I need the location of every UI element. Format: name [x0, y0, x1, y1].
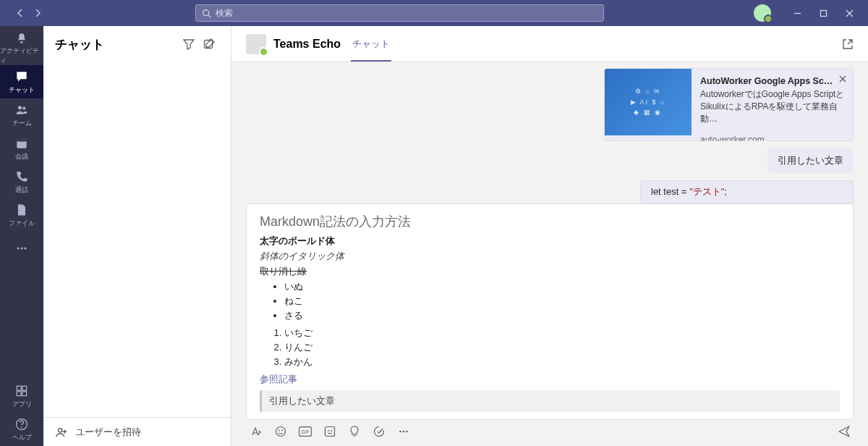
code-message-bubble[interactable]: let test = "テスト"; [640, 180, 854, 203]
rail-chat[interactable]: チャット [0, 65, 43, 98]
list-item: みかん [284, 355, 840, 369]
sticker-icon [324, 426, 336, 437]
approval-button[interactable] [372, 424, 386, 439]
rail-apps[interactable]: アプリ [0, 379, 43, 413]
svg-rect-11 [17, 391, 21, 395]
svg-point-14 [21, 426, 22, 428]
emoji-icon [275, 426, 286, 437]
compose-blockquote: 引用したい文章 [260, 390, 840, 412]
send-button[interactable] [838, 425, 851, 438]
popout-icon [842, 38, 854, 50]
nav-forward-button[interactable] [30, 6, 45, 20]
search-icon [202, 9, 211, 18]
rail-call-label: 通話 [15, 185, 28, 195]
svg-point-2 [18, 106, 22, 109]
nav-back-button[interactable] [13, 6, 27, 20]
close-icon [838, 75, 847, 83]
svg-text:GIF: GIF [302, 429, 310, 434]
send-icon [838, 425, 851, 438]
title-bar: 検索 [0, 0, 868, 26]
code-post: ; [724, 186, 727, 197]
code-pre: let test = [651, 186, 689, 197]
emoji-button[interactable] [273, 424, 288, 439]
app-rail: アクティビティ チャット チーム 会議 通話 ファイル アプリ [0, 26, 43, 446]
svg-point-0 [203, 9, 208, 15]
list-item: いぬ [284, 280, 840, 293]
rail-help-label: ヘルプ [12, 433, 32, 442]
compose-link[interactable]: 参照記事 [260, 374, 297, 384]
sticker-button[interactable] [323, 424, 337, 439]
message-list: ⚙ ⌂ ✉▶ AI $ ⌂◆ ▦ ◉ AutoWorker Google App… [231, 62, 868, 203]
svg-point-6 [17, 248, 20, 250]
rail-more[interactable] [0, 232, 43, 265]
compose-strike-text: 取り消し線 [260, 265, 840, 278]
rail-help[interactable]: ヘルプ [0, 413, 43, 446]
calendar-icon [14, 136, 29, 151]
format-button[interactable] [249, 424, 263, 439]
new-chat-button[interactable] [199, 34, 219, 54]
svg-rect-1 [820, 10, 826, 16]
search-input[interactable]: 検索 [195, 4, 604, 22]
svg-rect-5 [17, 139, 26, 141]
team-icon [14, 103, 29, 117]
user-avatar[interactable] [754, 4, 771, 22]
filter-icon [183, 38, 195, 50]
list-item: さる [284, 309, 840, 322]
invite-users-button[interactable]: ユーザーを招待 [43, 417, 231, 446]
svg-point-7 [21, 248, 23, 250]
format-icon [250, 426, 262, 437]
rail-call[interactable]: 通話 [0, 165, 43, 198]
rail-file-label: ファイル [9, 219, 35, 228]
gif-icon: GIF [299, 426, 312, 437]
praise-button[interactable] [347, 424, 362, 439]
bulb-icon [349, 426, 359, 437]
rail-team-label: チーム [12, 119, 32, 128]
filter-button[interactable] [179, 34, 199, 54]
help-icon [14, 417, 29, 432]
compose-box[interactable]: Markdown記法の入力方法 太字のボールド体 斜体のイタリック体 取り消し線… [246, 203, 854, 420]
rail-activity[interactable]: アクティビティ [0, 32, 43, 65]
more-actions-button[interactable] [396, 424, 411, 439]
compose-unordered-list: いぬ ねこ さる [284, 280, 840, 322]
link-description: AutoworkerではGoogle Apps ScriptとSikulixによ… [700, 88, 846, 125]
chat-icon [14, 70, 29, 84]
search-placeholder: 検索 [216, 7, 233, 20]
tab-chat[interactable]: チャット [351, 27, 391, 62]
list-item: ねこ [284, 295, 840, 308]
bell-icon [14, 32, 29, 45]
compose-ordered-list: いちご りんご みかん [284, 327, 840, 369]
link-title: AutoWorker Google Apps Sc… [700, 76, 846, 86]
chat-area: Teams Echo チャット ⚙ ⌂ ✉▶ AI $ ⌂◆ ▦ ◉ AutoW… [231, 26, 868, 446]
more-icon [398, 426, 409, 437]
link-domain: auto-worker.com [700, 135, 846, 141]
approval-icon [373, 426, 385, 437]
invite-icon [55, 426, 68, 439]
chat-header: Teams Echo チャット [231, 26, 868, 62]
link-close-button[interactable] [838, 75, 847, 83]
rail-apps-label: アプリ [12, 400, 32, 409]
message-bubble[interactable]: 引用したい文章 [767, 148, 854, 173]
rail-meeting[interactable]: 会議 [0, 132, 43, 165]
chat-avatar [246, 34, 266, 54]
window-maximize-button[interactable] [810, 0, 836, 26]
svg-point-25 [399, 431, 401, 433]
file-icon [14, 203, 29, 217]
popout-button[interactable] [842, 38, 854, 50]
link-preview-card[interactable]: ⚙ ⌂ ✉▶ AI $ ⌂◆ ▦ ◉ AutoWorker Google App… [604, 68, 854, 141]
window-minimize-button[interactable] [784, 0, 810, 26]
svg-point-27 [406, 431, 408, 433]
svg-point-16 [59, 428, 62, 432]
link-thumbnail: ⚙ ⌂ ✉▶ AI $ ⌂◆ ▦ ◉ [605, 69, 692, 135]
compose-icon [203, 38, 215, 50]
gif-button[interactable]: GIF [298, 424, 312, 439]
rail-file[interactable]: ファイル [0, 198, 43, 232]
rail-team[interactable]: チーム [0, 98, 43, 132]
svg-rect-12 [22, 391, 27, 395]
svg-rect-9 [17, 386, 21, 390]
invite-label: ユーザーを招待 [75, 426, 141, 439]
svg-point-24 [331, 430, 332, 432]
code-string: "テスト" [689, 186, 724, 197]
compose-bold-text: 太字のボールド体 [260, 235, 840, 248]
svg-point-26 [403, 431, 405, 433]
window-close-button[interactable] [836, 0, 862, 26]
